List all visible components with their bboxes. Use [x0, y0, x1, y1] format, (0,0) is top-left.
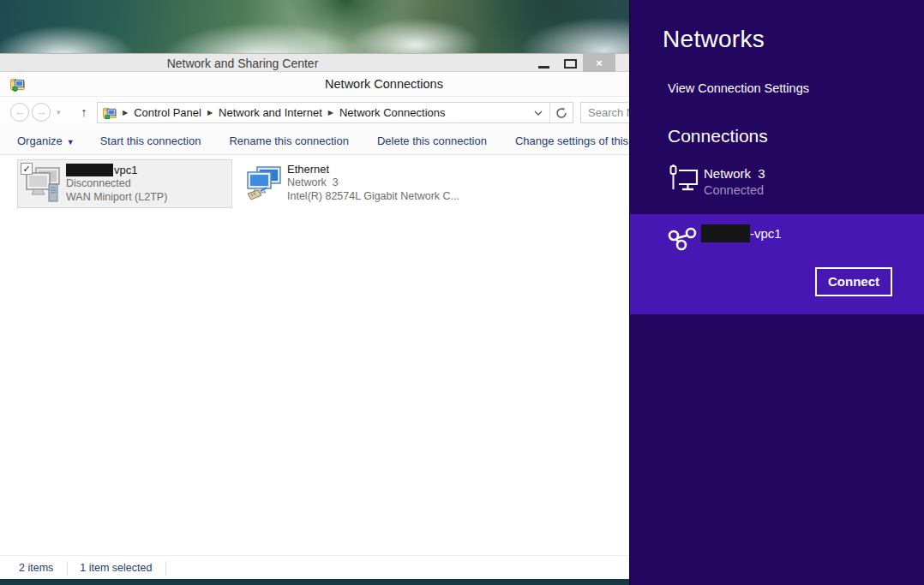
flyout-item-network3[interactable]: Network 3 Connected: [630, 159, 924, 202]
breadcrumb-network-connections[interactable]: Network Connections: [339, 106, 446, 119]
redacted-text: [66, 164, 113, 176]
minimize-button[interactable]: [538, 66, 549, 69]
connection-status: Network 3: [287, 176, 459, 190]
search-input[interactable]: [581, 103, 629, 122]
history-dropdown-icon[interactable]: ▾: [57, 108, 61, 116]
connection-name: vpc1: [66, 164, 167, 177]
ethernet-adapter-icon: [244, 164, 284, 204]
list-item-ethernet[interactable]: Ethernet Network 3 Intel(R) 82574L Gigab…: [244, 159, 463, 208]
address-bar-row: ← → ▾ ↑ ▶ Control Panel ▶ Network and In…: [0, 98, 629, 127]
desktop-wallpaper: [0, 0, 629, 53]
connections-section-header: Connections: [668, 126, 768, 146]
breadcrumb-network-and-internet[interactable]: Network and Internet: [219, 106, 322, 119]
refresh-icon[interactable]: [550, 107, 573, 119]
network-sharing-center-titlebar[interactable]: Network and Sharing Center ×: [0, 53, 629, 72]
network-status: Connected: [704, 183, 764, 197]
screen: Network and Sharing Center × Network Con…: [0, 0, 924, 585]
address-bar[interactable]: ▶ Control Panel ▶ Network and Internet ▶…: [97, 102, 573, 123]
status-bar: 2 items 1 item selected: [0, 555, 629, 579]
address-dropdown-icon[interactable]: [527, 110, 549, 116]
connection-device: WAN Miniport (L2TP): [66, 191, 167, 205]
status-divider: [67, 561, 68, 575]
desktop-wallpaper-bottom: [0, 579, 629, 585]
breadcrumb-separator-icon: ▶: [201, 109, 219, 116]
list-item-vpn-connection[interactable]: ✓ vpc1 Disconnected WAN Miniport (L2TP): [17, 159, 232, 208]
flyout-item-vpn[interactable]: -vpc1 Connect: [630, 214, 924, 314]
maximize-button[interactable]: [564, 59, 577, 69]
network-connections-window: Network Connections ← → ▾ ↑ ▶ Control Pa…: [0, 72, 629, 579]
breadcrumb-control-panel[interactable]: Control Panel: [134, 106, 201, 119]
delete-connection-command[interactable]: Delete this connection: [377, 134, 487, 147]
connection-device: Intel(R) 82574L Gigabit Network C...: [287, 190, 459, 204]
network-name: Network 3: [704, 166, 765, 181]
organize-menu[interactable]: Organize▼: [17, 134, 75, 147]
back-button[interactable]: ←: [10, 103, 29, 122]
close-button[interactable]: ×: [583, 54, 615, 72]
view-connection-settings-link[interactable]: View Connection Settings: [668, 81, 809, 95]
breadcrumb-separator-icon: ▶: [322, 109, 339, 116]
network-sharing-center-title: Network and Sharing Center: [0, 57, 485, 70]
selection-count: 1 item selected: [80, 562, 152, 574]
command-toolbar: Organize▼ Start this connection Rename t…: [0, 127, 629, 155]
change-settings-command[interactable]: Change settings of this connection: [515, 134, 629, 147]
rename-connection-command[interactable]: Rename this connection: [229, 134, 348, 147]
connections-list: ✓ vpc1 Disconnected WAN Miniport (L2TP): [0, 156, 629, 555]
forward-button[interactable]: →: [32, 103, 51, 122]
connection-status: Disconnected: [66, 177, 167, 191]
connection-name: Ethernet: [287, 163, 459, 176]
networks-flyout-panel: Networks View Connection Settings Connec…: [629, 0, 924, 585]
redacted-text: [701, 224, 750, 242]
connect-button[interactable]: Connect: [815, 267, 892, 296]
flyout-title: Networks: [663, 26, 765, 53]
chevron-down-icon: ▼: [67, 138, 75, 146]
vpn-icon: [668, 225, 697, 251]
search-box[interactable]: [580, 102, 629, 123]
status-divider: [165, 561, 166, 575]
breadcrumb-separator-icon: ▶: [117, 109, 134, 116]
network-folder-icon: [103, 106, 117, 120]
start-connection-command[interactable]: Start this connection: [100, 134, 201, 147]
window-title: Network Connections: [0, 77, 629, 91]
network-connections-titlebar[interactable]: Network Connections: [0, 72, 629, 97]
items-count: 2 items: [19, 562, 53, 574]
vpn-name: -vpc1: [750, 226, 782, 241]
wired-network-icon: [669, 164, 699, 192]
checkbox-checked-icon[interactable]: ✓: [21, 163, 33, 175]
up-button[interactable]: ↑: [75, 103, 93, 122]
